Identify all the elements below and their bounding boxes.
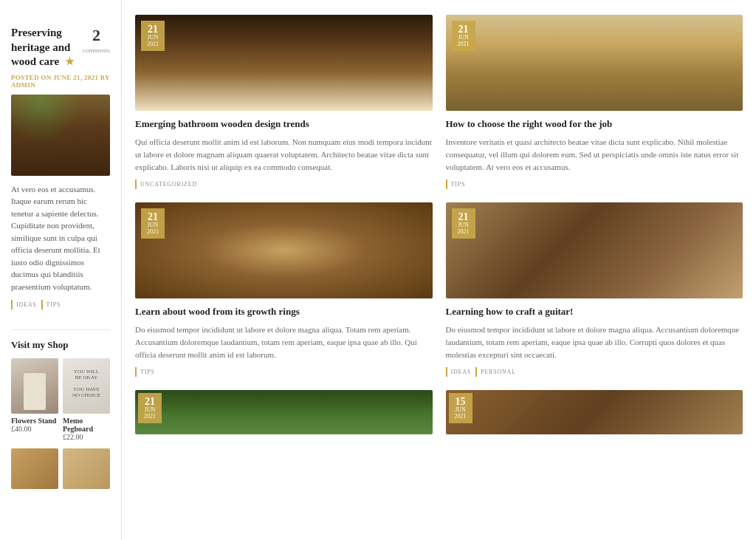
blog-grid: 21 JUN 2021 Emerging bathroom wooden des… — [135, 15, 743, 377]
tag-ideas[interactable]: IDEAS — [11, 300, 37, 310]
card-excerpt-2: Do eiusmod tempor incididunt ut labore e… — [135, 324, 433, 361]
sidebar-featured-post: Preserving heritage and wood care ★ 2 co… — [0, 15, 121, 321]
card-tags-1: TIPS — [446, 180, 743, 189]
left-sidebar: Preserving heritage and wood care ★ 2 co… — [0, 0, 122, 540]
blog-card-bottom-0: 21 JUN 2021 — [135, 390, 433, 442]
shop-bottom-img-1 — [11, 448, 58, 489]
main-content: 21 JUN 2021 Emerging bathroom wooden des… — [122, 0, 756, 540]
card-tag-1-0[interactable]: TIPS — [446, 180, 466, 189]
card-image-garden — [135, 390, 433, 434]
blog-card-0: 21 JUN 2021 Emerging bathroom wooden des… — [135, 15, 433, 189]
date-badge-0: 21 JUN 2021 — [141, 21, 165, 51]
card-tag-2-0[interactable]: TIPS — [135, 367, 155, 377]
shop-bottom-img-2 — [63, 448, 110, 489]
date-badge-3: 21 JUN 2021 — [452, 208, 475, 239]
card-title-3[interactable]: Learning how to craft a guitar! — [446, 306, 743, 318]
card-title-2[interactable]: Learn about wood from its growth rings — [135, 306, 433, 318]
shop-grid: Flowers Stand £40.00 YOU WILLBE OKAYYOU … — [11, 358, 110, 441]
card-title-0[interactable]: Emerging bathroom wooden design trends — [135, 118, 433, 131]
card-excerpt-1: Inventore veritatis et quasi architecto … — [446, 136, 743, 174]
card-image-wrapper-2: 21 JUN 2021 — [135, 202, 433, 298]
comments-badge: 2 comments — [83, 26, 110, 54]
blog-card-1: 21 JUN 2021 How to choose the right wood… — [446, 15, 743, 189]
card-image-rings — [135, 202, 433, 298]
card-tags-2: TIPS — [135, 367, 433, 377]
card-image-cafe — [446, 390, 743, 434]
date-badge-bottom-1: 15 JUN 2021 — [449, 393, 472, 423]
date-badge-2: 21 JUN 2021 — [141, 208, 165, 239]
blog-card-bottom-1: 15 JUN 2021 — [446, 390, 743, 442]
card-tag-3-0[interactable]: IDEAS — [446, 367, 472, 377]
card-image-wrapper-3: 21 JUN 2021 — [446, 202, 743, 298]
blog-card-3: 21 JUN 2021 Learning how to craft a guit… — [446, 202, 743, 377]
card-excerpt-3: Do eiusmod tempor incididunt ut labore e… — [446, 324, 743, 361]
shop-item-flowers[interactable]: Flowers Stand £40.00 — [11, 358, 58, 441]
post-meta: POSTED ON JUNE 21, 2021 BY ADMIN — [11, 74, 110, 89]
featured-image — [11, 95, 110, 176]
date-badge-bottom-0: 21 JUN 2021 — [138, 393, 162, 423]
card-image-guitar — [446, 202, 743, 298]
shop-heading: Visit my Shop — [11, 339, 110, 351]
card-excerpt-0: Qui officia deserunt mollit anim id est … — [135, 136, 433, 174]
card-image-wood — [446, 15, 743, 111]
blog-card-2: 21 JUN 2021 Learn about wood from its gr… — [135, 202, 433, 377]
star-icon: ★ — [65, 56, 75, 67]
card-image-bathroom — [135, 15, 433, 111]
shop-item-image-memo: YOU WILLBE OKAYYOU HAVENO CHOICE — [63, 358, 110, 414]
card-tags-0: UNCATEGORIZED — [135, 180, 433, 189]
tag-tips[interactable]: TIPS — [41, 300, 61, 310]
shop-section: Visit my Shop Flowers Stand £40.00 YOU W… — [0, 339, 121, 489]
card-tag-0-0[interactable]: UNCATEGORIZED — [135, 180, 197, 189]
blog-grid-bottom: 21 JUN 2021 15 JUN 2021 — [135, 390, 743, 442]
sidebar-excerpt: At vero eos et accusamus. Itaque earum r… — [11, 183, 110, 293]
card-image-wrapper-bottom-0: 21 JUN 2021 — [135, 390, 433, 434]
shop-item-image-flowers — [11, 358, 58, 414]
divider — [11, 329, 110, 330]
card-tags-3: IDEAS PERSONAL — [446, 367, 743, 377]
sidebar-tags: IDEAS TIPS — [11, 300, 110, 310]
card-title-1[interactable]: How to choose the right wood for the job — [446, 118, 743, 131]
card-image-wrapper-1: 21 JUN 2021 — [446, 15, 743, 111]
sidebar-post-title: Preserving heritage and wood care ★ — [11, 26, 83, 69]
card-image-wrapper-bottom-1: 15 JUN 2021 — [446, 390, 743, 434]
shop-item-memo[interactable]: YOU WILLBE OKAYYOU HAVENO CHOICE Memo Pe… — [63, 358, 110, 441]
card-tag-3-1[interactable]: PERSONAL — [475, 367, 516, 377]
date-badge-1: 21 JUN 2021 — [452, 21, 475, 51]
shop-bottom — [11, 448, 110, 489]
card-image-wrapper-0: 21 JUN 2021 — [135, 15, 433, 111]
